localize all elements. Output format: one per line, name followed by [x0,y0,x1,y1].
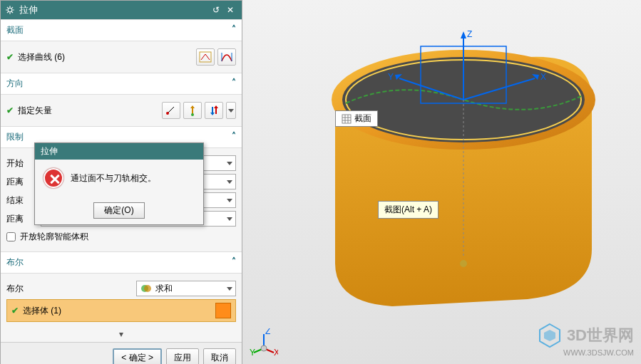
panel-title: 拉伸 [19,4,209,16]
section-body-boolean: 布尔 求和 ✔ 选择体 (1) [1,274,242,326]
curve-button[interactable] [217,48,236,66]
check-icon: ✔ [11,306,19,316]
section-tag[interactable]: 截面 [335,110,378,127]
inferred-vector-button[interactable] [183,102,202,119]
check-icon: ✔ [6,52,14,62]
dialog-message: 通过面不与刀轨相交。 [71,172,156,184]
section-header-section[interactable]: 截面 ˄ [1,19,242,41]
svg-text:Y: Y [250,348,255,357]
svg-point-15 [144,285,151,292]
dialog-ok-button[interactable]: 确定(O) [93,202,144,219]
close-button[interactable]: ✕ [223,5,237,15]
dialog-title: 拉伸 [35,143,203,160]
section-header-boolean[interactable]: 布尔 ˄ [1,251,242,274]
extruded-body: Z X Y [292,21,613,321]
check-icon: ✔ [6,105,14,115]
svg-marker-20 [461,31,466,38]
error-dialog: 拉伸 通过面不与刀轨相交。 确定(O) [34,142,204,225]
svg-marker-44 [544,330,555,341]
apply-button[interactable]: 应用 [166,348,199,364]
watermark: 3D世界网 WWW.3DSJW.COM [537,323,634,357]
svg-text:Y: Y [388,72,394,82]
logo-icon [537,323,563,348]
viewport-3d[interactable]: Z X Y 截面 截图(Alt + A) X Y Z 3D世界网 WWW.3DS… [242,0,641,364]
section-body-direction: ✔ 指定矢量 [1,95,242,126]
svg-rect-31 [342,115,351,123]
panel-header: 拉伸 ↺ ✕ [1,1,242,19]
specify-vector-label[interactable]: 指定矢量 [18,105,162,117]
svg-text:X: X [540,72,546,82]
boolean-label: 布尔 [6,283,41,295]
chevron-up-icon: ˄ [232,78,236,90]
select-curve-label[interactable]: 选择曲线 (6) [18,51,196,63]
svg-text:Z: Z [265,328,270,336]
chevron-up-icon: ˄ [232,131,236,143]
svg-point-9 [191,113,194,116]
svg-marker-8 [190,105,195,108]
svg-marker-11 [210,113,215,115]
grid-icon [342,114,352,124]
direction-title: 方向 [6,78,24,90]
panel-footer: < 确定 > 应用 取消 [1,342,242,364]
svg-point-30 [460,260,467,267]
svg-point-6 [166,112,169,115]
expand-more-button[interactable]: ▾ [1,326,242,342]
sketch-section-button[interactable] [196,48,215,66]
section-body-section: ✔ 选择曲线 (6) [1,41,242,73]
open-profile-label: 开放轮廓智能体积 [20,231,88,243]
body-icon [215,303,231,318]
boolean-title: 布尔 [6,256,24,269]
vector-dropdown-button[interactable] [226,102,236,119]
chevron-up-icon: ˄ [232,24,236,36]
screenshot-tooltip: 截图(Alt + A) [378,201,439,219]
chevron-up-icon: ˄ [232,256,236,269]
reset-button[interactable]: ↺ [209,5,223,15]
watermark-title: 3D世界网 [567,325,634,346]
section-header-direction[interactable]: 方向 ˄ [1,73,242,95]
boolean-combo[interactable]: 求和 [136,281,236,296]
ok-button[interactable]: < 确定 > [113,348,162,364]
svg-marker-13 [214,105,218,108]
section-tag-label: 截面 [354,113,371,125]
cancel-button[interactable]: 取消 [203,348,236,364]
vector-dialog-button[interactable] [162,102,180,119]
svg-text:X: X [274,348,278,357]
select-body-row[interactable]: ✔ 选择体 (1) [6,299,236,322]
error-icon [43,168,63,188]
reverse-vector-button[interactable] [205,102,223,119]
svg-text:Z: Z [467,29,472,39]
boolean-value: 求和 [155,283,227,295]
view-triad[interactable]: X Y Z [250,328,278,357]
svg-point-0 [8,8,12,12]
section-title: 截面 [6,24,24,36]
open-profile-checkbox[interactable] [6,232,16,241]
gear-icon [5,5,15,15]
select-body-label: 选择体 (1) [23,305,61,317]
svg-rect-1 [200,52,211,62]
svg-point-42 [261,345,267,351]
watermark-url: WWW.3DSJW.COM [537,348,634,357]
limit-title: 限制 [6,131,24,143]
unite-icon [140,282,153,295]
